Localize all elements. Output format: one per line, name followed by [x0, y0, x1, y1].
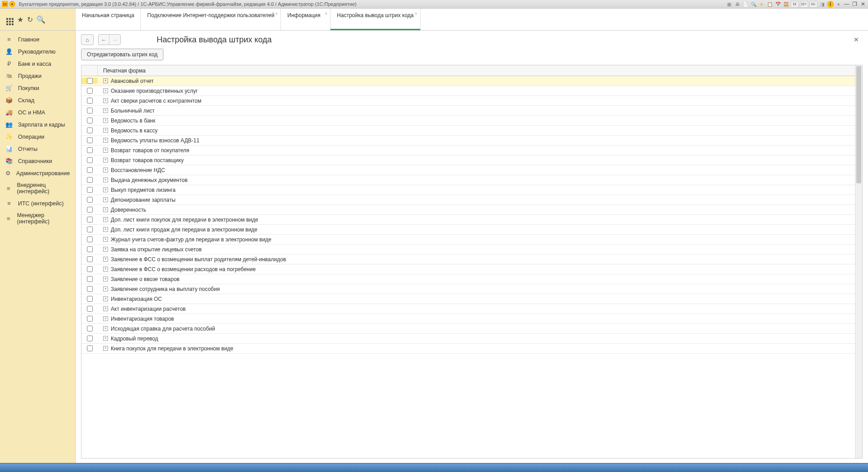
tab-close-icon[interactable]: ×	[276, 11, 278, 16]
expand-icon[interactable]: +	[103, 316, 108, 321]
table-row[interactable]: +Оказание производственных услуг	[81, 86, 855, 96]
table-row[interactable]: +Возврат товаров поставщику	[81, 155, 855, 165]
m-plus-button[interactable]: M+	[800, 1, 808, 8]
table-row[interactable]: +Кадровый перевод	[81, 334, 855, 344]
row-checkbox[interactable]	[87, 177, 93, 183]
sidebar-item-4[interactable]: 🛒Покупки	[0, 82, 75, 94]
row-checkbox[interactable]	[87, 167, 93, 173]
vertical-scrollbar[interactable]	[855, 65, 862, 458]
row-checkbox[interactable]	[87, 157, 93, 163]
table-row[interactable]: +Исходящая справка для расчета пособий	[81, 324, 855, 334]
table-row[interactable]: +Заявление в ФСС о возмещении выплат род…	[81, 254, 855, 264]
tb-icon-2[interactable]: 🖶	[734, 1, 741, 8]
expand-icon[interactable]: +	[103, 118, 108, 123]
table-row[interactable]: +Доп. лист книги покупок для передачи в …	[81, 215, 855, 225]
tab-close-icon[interactable]: ×	[325, 11, 328, 16]
calendar-icon[interactable]: 📅	[774, 1, 781, 8]
expand-icon[interactable]: +	[103, 207, 108, 212]
table-row[interactable]: +Заявление о ввозе товаров	[81, 274, 855, 284]
table-row[interactable]: +Книга покупок для передачи в электронно…	[81, 344, 855, 354]
row-checkbox[interactable]	[87, 88, 93, 94]
row-checkbox[interactable]	[87, 227, 93, 232]
row-checkbox[interactable]	[87, 197, 93, 203]
sidebar-item-1[interactable]: 👤Руководителю	[0, 45, 75, 58]
expand-icon[interactable]: +	[103, 217, 108, 222]
home-button[interactable]: ⌂	[81, 34, 94, 45]
expand-icon[interactable]: +	[103, 158, 108, 163]
row-checkbox[interactable]	[87, 316, 93, 322]
tab-2[interactable]: Информация×	[281, 9, 330, 30]
table-row[interactable]: +Акт сверки расчетов с контрагентом	[81, 96, 855, 106]
row-checkbox[interactable]	[87, 98, 93, 104]
expand-icon[interactable]: +	[103, 197, 108, 202]
forward-button[interactable]: →	[109, 35, 120, 45]
table-row[interactable]: +Инвентаризация товаров	[81, 314, 855, 324]
sidebar-item-10[interactable]: 📚Справочники	[0, 155, 75, 167]
info-icon[interactable]: i	[827, 1, 834, 8]
table-row[interactable]: +Ведомость уплаты взносов АДВ-11	[81, 136, 855, 145]
back-button[interactable]: ←	[99, 35, 109, 45]
row-checkbox[interactable]	[87, 217, 93, 222]
expand-icon[interactable]: +	[103, 108, 108, 113]
table-row[interactable]: +Больничный лист	[81, 106, 855, 116]
row-checkbox[interactable]	[87, 78, 93, 84]
expand-icon[interactable]: +	[103, 98, 108, 103]
tb-icon-3[interactable]: 📄	[742, 1, 749, 8]
expand-icon[interactable]: +	[103, 88, 108, 93]
table-row[interactable]: +Доверенность	[81, 205, 855, 215]
row-checkbox[interactable]	[87, 256, 93, 262]
m-button[interactable]: M	[791, 1, 799, 8]
expand-icon[interactable]: +	[103, 326, 108, 331]
expand-icon[interactable]: +	[103, 257, 108, 262]
row-checkbox[interactable]	[87, 306, 93, 312]
table-row[interactable]: +Авансовый отчет	[81, 76, 855, 86]
row-checkbox[interactable]	[87, 326, 93, 331]
sidebar-item-0[interactable]: ≡Главное	[0, 33, 75, 45]
table-row[interactable]: +Восстановление НДС	[81, 165, 855, 175]
expand-icon[interactable]: +	[103, 336, 108, 341]
maximize-icon[interactable]: ❐	[851, 1, 858, 8]
row-checkbox[interactable]	[87, 236, 93, 242]
table-row[interactable]: +Депонирование зарплаты	[81, 195, 855, 205]
row-checkbox[interactable]	[87, 137, 93, 143]
row-checkbox[interactable]	[87, 127, 93, 133]
star-icon[interactable]: ★	[17, 15, 23, 24]
sidebar-item-5[interactable]: 📦Склад	[0, 94, 75, 106]
tab-close-icon[interactable]: ×	[415, 11, 417, 16]
row-checkbox[interactable]	[87, 147, 93, 153]
app-dropdown-icon[interactable]: ▾	[9, 1, 15, 7]
apps-grid-icon[interactable]	[6, 14, 14, 25]
row-checkbox[interactable]	[87, 246, 93, 252]
row-checkbox[interactable]	[87, 207, 93, 213]
tab-3[interactable]: Настройка вывода штрих кода×	[330, 9, 420, 30]
panel-icon[interactable]: ◨	[819, 1, 826, 8]
expand-icon[interactable]: +	[103, 187, 108, 192]
expand-icon[interactable]: +	[103, 128, 108, 133]
search-icon[interactable]: 🔍	[36, 15, 45, 24]
os-taskbar[interactable]	[0, 463, 868, 472]
row-checkbox[interactable]	[87, 187, 93, 193]
table-row[interactable]: +Журнал учета счетов-фактур для передачи…	[81, 235, 855, 245]
expand-icon[interactable]: +	[103, 227, 108, 232]
scroll-thumb[interactable]	[856, 66, 861, 183]
table-row[interactable]: +Возврат товаров от покупателя	[81, 145, 855, 155]
calc-icon[interactable]: 🧮	[782, 1, 789, 8]
row-checkbox[interactable]	[87, 118, 93, 123]
expand-icon[interactable]: +	[103, 296, 108, 301]
sidebar-item-8[interactable]: ✨Операции	[0, 131, 75, 143]
expand-icon[interactable]: +	[103, 78, 108, 83]
tb-icon-1[interactable]: ▦	[726, 1, 732, 8]
table-row[interactable]: +Акт инвентаризации расчетов	[81, 304, 855, 314]
tb-icon-copy[interactable]: 📋	[766, 1, 773, 8]
row-checkbox[interactable]	[87, 336, 93, 341]
close-page-icon[interactable]: ✕	[854, 36, 859, 43]
expand-icon[interactable]: +	[103, 346, 108, 351]
history-icon[interactable]: ↻	[27, 15, 33, 24]
tab-0[interactable]: Начальная страница	[76, 9, 141, 30]
expand-icon[interactable]: +	[103, 148, 108, 153]
table-row[interactable]: +Ведомость в банк	[81, 116, 855, 126]
expand-icon[interactable]: +	[103, 267, 108, 272]
sidebar-item-13[interactable]: ≡ИТС (интерфейс)	[0, 197, 75, 209]
table-row[interactable]: +Заявление сотрудника на выплату пособия	[81, 284, 855, 294]
tab-1[interactable]: Подключение Интернет-поддержки пользоват…	[141, 9, 281, 30]
